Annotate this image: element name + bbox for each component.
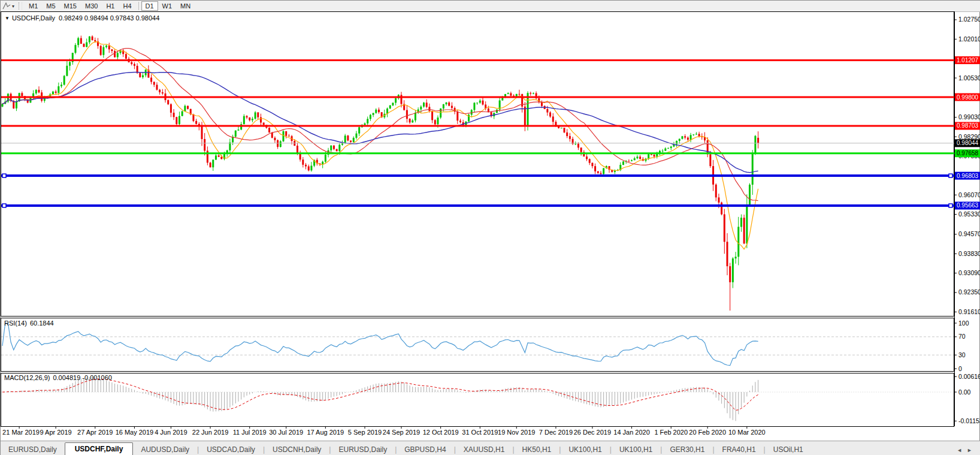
candle-body [353, 138, 355, 142]
candle-body [305, 165, 307, 167]
candle-body [684, 136, 686, 137]
candle-body [636, 156, 638, 158]
candle-body [409, 119, 411, 122]
candle-body [664, 149, 666, 151]
candle-body [729, 266, 731, 282]
freehand-cursor-icon[interactable] [2, 2, 11, 10]
line-handle[interactable] [2, 204, 6, 207]
candle-body [721, 203, 722, 215]
timeframe-button-M15[interactable]: M15 [60, 1, 81, 11]
candle-body [737, 227, 739, 257]
tab-GER30-H1[interactable]: GER30,H1 [662, 444, 712, 455]
chart-canvas[interactable]: 1.027501.020101.005300.990300.982900.975… [1, 11, 980, 441]
timeframe-button-M1[interactable]: M1 [25, 1, 42, 11]
timeframe-button-M5[interactable]: M5 [42, 1, 59, 11]
price-tick-label: 0.92350 [958, 288, 980, 296]
candle-body [367, 119, 368, 123]
hline-badge-label: 0.99800 [957, 94, 979, 101]
candle-body [237, 129, 239, 131]
candle-body [662, 151, 664, 152]
line-handle[interactable] [949, 174, 952, 177]
candle-body [134, 64, 135, 66]
candle-body [35, 90, 37, 94]
candle-body [260, 117, 262, 123]
candle-body [566, 132, 568, 136]
candle-body [670, 147, 672, 148]
timeframe-button-W1[interactable]: W1 [158, 1, 177, 11]
candle-body [280, 141, 282, 147]
tab-FRA40-H1[interactable]: FRA40,H1 [715, 444, 764, 455]
line-handle[interactable] [949, 204, 952, 207]
line-handle[interactable] [2, 174, 6, 177]
date-label: 31 Oct 2019 [462, 429, 498, 436]
price-tick-label: 1.02010 [958, 35, 980, 43]
date-label: 20 Feb 2020 [689, 429, 726, 436]
tab-GBPUSD-H4[interactable]: GBPUSD,H4 [397, 444, 453, 455]
price-tick-label: 0.94570 [958, 230, 980, 237]
candle-body [709, 154, 711, 166]
current-price-badge-label: 0.98044 [957, 140, 979, 146]
tab-scroll-right-icon[interactable]: ► [967, 447, 977, 453]
date-label: 10 Mar 2020 [728, 429, 766, 436]
candle-body [389, 106, 391, 109]
candle-body [167, 100, 169, 104]
candle-body [74, 45, 76, 53]
candle-body [263, 122, 265, 125]
candle-body [395, 98, 397, 103]
candle-body [176, 117, 177, 124]
price-tick-label: 0.91610 [958, 308, 980, 315]
macd-tick-label: 0.006167 [958, 373, 980, 380]
chevron-down-icon[interactable]: ▾ [12, 4, 14, 9]
candle-body [634, 158, 636, 160]
date-label: 17 Aug 2019 [307, 429, 344, 436]
candle-body [434, 120, 436, 124]
tab-EURUSD-Daily[interactable]: EURUSD,Daily [1, 444, 65, 455]
tab-AUDUSD-Daily[interactable]: AUDUSD,Daily [133, 444, 197, 455]
candle-body [55, 92, 57, 93]
timeframe-button-H1[interactable]: H1 [102, 1, 119, 11]
tab-UK100-H1[interactable]: UK100,H1 [561, 444, 609, 455]
timeframe-button-MN[interactable]: MN [176, 1, 195, 11]
timeframe-button-H4[interactable]: H4 [119, 1, 135, 11]
hline-badge-label: 0.96803 [957, 173, 979, 179]
tab-USDCHF-Daily[interactable]: USDCHF,Daily [65, 442, 134, 455]
candle-body [243, 116, 245, 124]
candle-body [117, 53, 119, 57]
tab-USDCAD-Daily[interactable]: USDCAD,Daily [199, 444, 263, 455]
tab-UK100-H1[interactable]: UK100,H1 [612, 444, 660, 455]
candle-body [749, 185, 751, 204]
tab-XAUUSD-H1[interactable]: XAUUSD,H1 [456, 444, 513, 455]
date-label: 5 Sep 2019 [348, 429, 382, 436]
tab-scroll-left-icon[interactable]: ◄ [957, 447, 967, 453]
candle-body [448, 103, 450, 106]
tab-EURUSD-Daily[interactable]: EURUSD,Daily [331, 444, 395, 455]
candle-body [111, 49, 113, 51]
hline-badge-label: 0.97658 [957, 150, 979, 156]
candle-body [201, 126, 202, 139]
candle-body [679, 139, 680, 141]
date-label: 12 Oct 2019 [423, 429, 459, 436]
candle-body [415, 113, 416, 120]
candle-body [546, 109, 548, 113]
tab-HK50-H1[interactable]: HK50,H1 [515, 444, 559, 455]
candle-body [69, 62, 71, 65]
candle-body [271, 132, 273, 138]
collapse-triangle-icon[interactable]: ▼ [5, 16, 10, 21]
timeframe-button-M30[interactable]: M30 [81, 1, 102, 11]
macd-name: MACD(12,26,9) [4, 374, 50, 381]
candle-body [364, 123, 366, 125]
candle-body [707, 140, 709, 154]
candle-body [651, 154, 652, 155]
price-tick-label: 1.00530 [958, 74, 980, 82]
candle-body [358, 127, 360, 133]
candle-body [274, 138, 276, 140]
timeframe-button-D1[interactable]: D1 [141, 1, 158, 11]
tab-USOil-H1[interactable]: USOil,H1 [766, 444, 811, 455]
candle-body [746, 204, 748, 243]
candle-body [628, 161, 630, 162]
tab-USDCNH-Daily[interactable]: USDCNH,Daily [265, 444, 329, 455]
candle-body [423, 103, 425, 107]
date-label: 11 Jul 2019 [233, 429, 267, 436]
toolbar-grip[interactable] [19, 2, 22, 10]
candle-body [754, 136, 756, 153]
